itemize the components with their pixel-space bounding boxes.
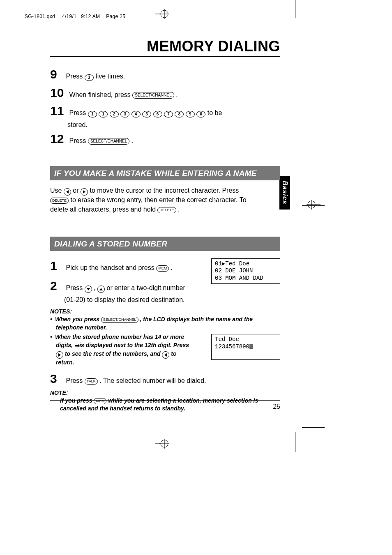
- svg-marker-16: [164, 353, 167, 357]
- registration-mark-icon: [307, 199, 321, 212]
- page: SG-1801.qxd 4/19/1 9:12 AM Page 25 Basic…: [0, 0, 392, 555]
- step-text: ,: [94, 284, 97, 291]
- step-number: 12: [50, 130, 67, 148]
- digit-key-icon: 3: [120, 111, 129, 117]
- crop-filename: SG-1801.qxd: [25, 14, 55, 19]
- step-text: . The selected number will be dialed.: [99, 377, 206, 384]
- text: to erase the wrong entry, then enter the…: [70, 196, 246, 203]
- step-number: 9: [50, 65, 64, 83]
- step-text: When finished, press: [69, 91, 132, 98]
- continuation-arrow-icon: ➡: [74, 342, 79, 350]
- content-area: MEMORY DIALING 9 Press 3 five times. 10 …: [50, 38, 280, 413]
- cursor-icon: [249, 344, 253, 349]
- notes-heading: NOTES:: [50, 308, 280, 315]
- section-tab: Basics: [279, 176, 290, 210]
- svg-marker-15: [58, 353, 61, 357]
- page-title: MEMORY DIALING: [147, 38, 280, 55]
- step-2: 2 Press , or enter a two-digit number (0…: [50, 277, 202, 304]
- digit-key-icon: 7: [164, 111, 173, 117]
- text: to move the cursor to the incorrect char…: [90, 187, 239, 194]
- section-heading: IF YOU MAKE A MISTAKE WHILE ENTERING A N…: [50, 166, 280, 180]
- page-number: 25: [50, 400, 280, 410]
- key-3-icon: 3: [85, 74, 94, 81]
- crop-mark-icon: [302, 427, 325, 428]
- notes-heading: NOTE:: [50, 389, 280, 396]
- crop-mark-icon: [302, 24, 325, 24]
- select-channel-key-icon: SELECT/CHANNEL: [88, 138, 129, 145]
- paragraph: Use or to move the cursor to the incorre…: [50, 186, 280, 214]
- digit-key-icon: 5: [142, 111, 151, 117]
- step-text: .: [176, 91, 178, 98]
- text: When you press: [55, 316, 101, 322]
- svg-marker-14: [99, 288, 103, 290]
- step-text: (01-20) to display the desired destinati…: [64, 295, 202, 304]
- step-text: .: [131, 137, 133, 144]
- registration-mark-icon: [155, 8, 169, 20]
- text: digits,: [56, 342, 74, 348]
- title-bar: MEMORY DIALING: [50, 38, 280, 57]
- lcd-display: Ted Doe 1234567890: [211, 334, 280, 360]
- step-number: 3: [50, 370, 64, 388]
- step-12: 12 Press SELECT/CHANNEL .: [50, 130, 280, 148]
- text: or: [73, 187, 81, 194]
- lcd-line: Ted Doe: [215, 336, 239, 343]
- text: telephone number.: [56, 324, 280, 332]
- step-number: 1: [50, 257, 64, 275]
- text: When the stored phone number has 14 or m…: [55, 334, 184, 340]
- down-arrow-key-icon: [85, 286, 92, 293]
- lcd-display: 01▶Ted Doe 02 DOE JOHN 03 MOM AND DAD: [211, 258, 280, 284]
- step-text: .: [171, 264, 173, 271]
- crop-date: 4/19/1: [62, 14, 76, 19]
- step-number: 10: [50, 84, 67, 102]
- up-arrow-key-icon: [97, 286, 105, 293]
- crop-mark-icon: [295, 432, 295, 452]
- digit-key-icon: 9: [186, 111, 195, 117]
- lcd-line: 03 MOM AND DAD: [215, 275, 263, 281]
- note-bullet: •When you press SELECT/CHANNEL , the LCD…: [50, 315, 280, 332]
- lcd-line: 1234567890: [215, 343, 249, 350]
- step-9: 9 Press 3 five times.: [50, 65, 280, 83]
- step-number: 11: [50, 102, 67, 120]
- step-text: stored.: [67, 120, 280, 129]
- text: .: [178, 206, 180, 213]
- step-1: 1 Pick up the handset and press MEM .: [50, 257, 202, 275]
- crop-page: Page 25: [106, 14, 125, 19]
- step-11: 11 Press 1 1 2 3 4 5 6 7 8 9 0 to be sto…: [50, 102, 280, 129]
- lcd-line: 01▶Ted Doe: [215, 260, 249, 267]
- text: is displayed next to the 12th digit. Pre…: [79, 342, 189, 348]
- digit-key-icon: 0: [196, 111, 205, 117]
- text: to: [171, 350, 176, 357]
- svg-marker-13: [87, 288, 90, 290]
- delete-key-icon: DELETE: [50, 198, 69, 204]
- delete-key-icon: DELETE: [157, 207, 176, 213]
- digit-key-icon: 4: [131, 111, 141, 117]
- text: to see the rest of the numbers, and: [65, 350, 162, 357]
- digit-key-icon: 1: [88, 111, 97, 117]
- crop-time: 9:12 AM: [81, 14, 100, 19]
- step-text: Press: [69, 137, 88, 144]
- text: return.: [56, 359, 74, 366]
- digit-key-icon: 8: [175, 111, 184, 117]
- left-arrow-key-icon: [64, 188, 71, 196]
- step-text: Press: [66, 73, 84, 80]
- step-text: Pick up the handset and press: [66, 264, 156, 271]
- text: Use: [50, 187, 64, 194]
- lcd-line: 02 DOE JOHN: [215, 267, 253, 274]
- step-text: Press: [66, 284, 84, 291]
- svg-marker-11: [66, 190, 69, 193]
- crop-slug: SG-1801.qxd 4/19/1 9:12 AM Page 25: [25, 14, 125, 19]
- step-text: Press: [66, 377, 84, 384]
- text: delete all characters, press and hold: [50, 206, 157, 213]
- select-channel-key-icon: SELECT/CHANNEL: [101, 317, 138, 323]
- left-arrow-key-icon: [162, 351, 169, 359]
- step-text: or enter a two-digit number: [107, 284, 185, 291]
- mem-key-icon: MEM: [156, 265, 169, 272]
- svg-marker-12: [83, 190, 85, 193]
- talk-key-icon: TALK: [85, 378, 98, 385]
- step-text: five times.: [95, 73, 125, 80]
- step-text: Press: [69, 109, 88, 116]
- step-text: to be: [208, 109, 222, 116]
- section-heading: DIALING A STORED NUMBER: [50, 237, 280, 251]
- crop-mark-icon: [295, 0, 295, 18]
- registration-mark-icon: [155, 438, 169, 449]
